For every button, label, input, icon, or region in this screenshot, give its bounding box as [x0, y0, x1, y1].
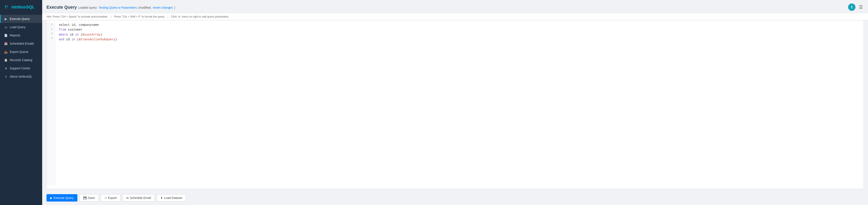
editor-resize-handle[interactable]: ⋱: [47, 187, 864, 189]
execute-query-label: Execute Query: [54, 196, 74, 200]
notification-badge[interactable]: 1: [848, 3, 856, 11]
code-token-kw: in: [71, 38, 75, 41]
modified-text: (modified,: [138, 6, 151, 9]
content-wrapper: Hint: Press "Ctrl + Space" to activate a…: [42, 13, 868, 205]
logo: nimbusSQL: [0, 0, 42, 13]
code-line: and id in (&transactionSubquery): [59, 37, 860, 42]
email-icon: ✉: [126, 196, 129, 200]
logo-sql: SQL: [26, 4, 35, 9]
export-queue-label: Export Queue: [10, 50, 28, 53]
sidebar-item-reports[interactable]: 📄Reports: [0, 31, 42, 40]
hint-part1: Hint: Press "Ctrl + Space" to activate a…: [46, 15, 108, 18]
code-line: where id in (&custArray): [59, 32, 860, 37]
code-token-plain: select id, companyname: [59, 23, 99, 27]
code-token-plain: (: [79, 33, 83, 36]
sidebar-item-load-query[interactable]: 🗂Load Query: [0, 23, 42, 31]
editor-container: 1234 select id, companynamefrom customer…: [46, 20, 864, 189]
execute-query-icon: ▶: [4, 17, 7, 21]
hint-part4: menu on right to add query parameters.: [182, 15, 229, 18]
dataset-icon: ⬇: [160, 196, 163, 200]
code-token-param: &transactionSubquery: [79, 38, 115, 41]
support-center-label: Support Center: [10, 67, 30, 70]
code-line: select id, companyname: [59, 23, 860, 27]
code-token-plain: ): [100, 33, 102, 36]
export-queue-icon: 📤: [4, 50, 7, 53]
query-name[interactable]: Testing Query w Parameters: [99, 6, 137, 9]
code-token-kw: where: [59, 33, 68, 36]
sidebar-item-scheduled-emails[interactable]: 📅Scheduled Emails: [0, 40, 42, 48]
sidebar-item-export-queue[interactable]: 📤Export Queue: [0, 48, 42, 56]
code-token-param: &custArray: [83, 33, 100, 36]
save-button[interactable]: 💾 Save: [80, 194, 99, 202]
sidebar-item-support-center[interactable]: ⊕Support Center: [0, 64, 42, 72]
export-icon: ↗: [104, 196, 107, 200]
code-token-plain: id: [68, 33, 75, 36]
code-token-plain: (: [75, 38, 79, 41]
execute-query-label: Execute Query: [10, 17, 30, 21]
logo-icon: [3, 4, 9, 10]
export-button[interactable]: ↗ Export: [101, 194, 120, 202]
line-number: 3: [49, 32, 53, 36]
logo-text: nimbusSQL: [11, 4, 35, 9]
logo-nimbus: nimbus: [11, 4, 26, 9]
about-icon: ℹ: [4, 75, 7, 78]
records-catalog-icon: 📋: [4, 58, 7, 62]
title-area: Execute Query Loaded query: Testing Quer…: [46, 5, 175, 10]
sidebar-item-about[interactable]: ℹAbout nimbusQL: [0, 72, 42, 81]
load-dataset-button[interactable]: ⬇ Load Dataset: [157, 194, 186, 202]
hint-part2: Press "Ctrl + Shift + F" to format the q…: [114, 15, 165, 18]
execute-icon: ▶: [50, 196, 52, 200]
schedule-email-label: Schedule Email: [130, 196, 151, 200]
reports-icon: 📄: [4, 34, 7, 37]
code-token-kw: in: [75, 33, 79, 36]
sidebar: nimbusSQL ▶Execute Query🗂Load Query📄Repo…: [0, 0, 42, 205]
load-query-label: Load Query: [10, 25, 26, 29]
resize-dot: ⋱: [861, 187, 863, 189]
topbar-right: 1 ☰: [848, 3, 864, 11]
reports-label: Reports: [10, 33, 20, 37]
code-token-kw2: from: [59, 28, 66, 31]
records-catalog-label: Records Catalog: [10, 58, 32, 62]
line-number: 1: [49, 23, 53, 27]
code-editor[interactable]: 1234 select id, companynamefrom customer…: [47, 20, 864, 187]
svg-point-1: [7, 5, 8, 7]
execute-query-button[interactable]: ▶ Execute Query: [46, 194, 78, 202]
sidebar-item-execute-query[interactable]: ▶Execute Query: [0, 15, 42, 23]
line-number: 2: [49, 27, 53, 32]
loaded-query-label: Loaded query:: [78, 6, 97, 9]
page-title: Execute Query: [46, 5, 77, 10]
scheduled-emails-label: Scheduled Emails: [10, 42, 34, 45]
code-token-plain: ): [115, 38, 117, 41]
hint-bar: Hint: Press "Ctrl + Space" to activate a…: [42, 13, 868, 20]
hint-part3: Click: [171, 15, 177, 18]
about-label: About nimbusQL: [10, 75, 32, 78]
modified-suffix: ): [174, 6, 175, 9]
code-content[interactable]: select id, companynamefrom customerwhere…: [55, 23, 864, 185]
save-icon: 💾: [83, 196, 87, 200]
line-numbers: 1234: [47, 23, 55, 185]
hamburger-menu-icon[interactable]: ☰: [858, 4, 864, 10]
line-number: 4: [49, 36, 53, 41]
hint-sep1: |: [111, 15, 112, 18]
hint-menu-icon: ≡: [178, 15, 180, 19]
topbar: Execute Query Loaded query: Testing Quer…: [42, 0, 868, 13]
schedule-email-button[interactable]: ✉ Schedule Email: [123, 194, 155, 202]
export-label: Export: [108, 196, 117, 200]
save-label: Save: [88, 196, 95, 200]
code-token-plain: id: [64, 38, 71, 41]
load-query-icon: 🗂: [4, 26, 7, 29]
sidebar-item-records-catalog[interactable]: 📋Records Catalog: [0, 56, 42, 64]
code-line: from customer: [59, 27, 860, 32]
main-content: Execute Query Loaded query: Testing Quer…: [42, 0, 868, 205]
revert-changes-link[interactable]: revert changes: [153, 6, 173, 9]
load-dataset-label: Load Dataset: [164, 196, 182, 200]
code-token-kw: and: [59, 38, 64, 41]
scheduled-emails-icon: 📅: [4, 42, 7, 45]
support-center-icon: ⊕: [4, 67, 7, 70]
sidebar-nav: ▶Execute Query🗂Load Query📄Reports📅Schedu…: [0, 13, 42, 205]
hint-sep2: |: [167, 15, 168, 18]
code-token-plain: customer: [66, 28, 83, 31]
toolbar: ▶ Execute Query 💾 Save ↗ Export ✉ Schedu…: [42, 192, 868, 205]
svg-point-3: [7, 7, 8, 8]
svg-point-0: [5, 5, 6, 7]
